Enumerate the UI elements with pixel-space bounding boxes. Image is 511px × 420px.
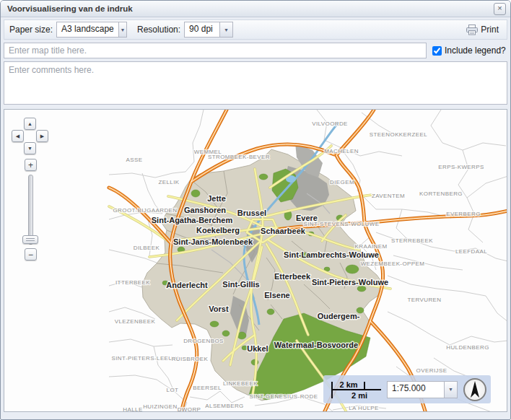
print-preview-window: Voorvisualisering van de indruk × Paper … [0, 0, 511, 420]
scalebar-km-label: 2 km [339, 380, 357, 389]
pan-up-button[interactable]: ▲ [24, 118, 36, 130]
map-label: Schaarbeek [261, 227, 306, 235]
include-legend-checkbox[interactable] [432, 46, 442, 56]
window-title: Voorvisualisering van de indruk [7, 4, 494, 13]
map-label: LOT [167, 387, 179, 393]
map-label: LA HULPE [349, 405, 378, 411]
map-label: Oudergem- [318, 312, 360, 320]
map-label: LEEFDAAL [455, 248, 487, 255]
map-label: ZAVENTEM [372, 193, 405, 199]
map-label: GROOT-BIJGAARDEN [113, 207, 177, 214]
map-label: TERVUREN [407, 297, 441, 303]
zoom-slider-handle[interactable] [22, 235, 38, 244]
map-label: EVERBERG [446, 211, 481, 217]
map-label: BEERSEL [193, 385, 222, 391]
map-label: Ganshoren [184, 206, 226, 214]
map-label: Brussel [237, 209, 266, 217]
map-label: Watermaal-Bosvoorde [274, 341, 358, 349]
map-label: Evere [296, 214, 318, 222]
map-label: HUIZINGEN [143, 403, 178, 410]
map-label: ERPS-KWERPS [438, 164, 484, 170]
map-label: DWORP [178, 406, 201, 412]
pan-right-button[interactable]: ▶ [36, 130, 48, 142]
chevron-down-icon[interactable]: ▼ [219, 22, 232, 37]
map-panel[interactable]: ASSEWEMMELSTROMBEEK-BEVERVILVOORDEMACHEL… [4, 109, 507, 412]
map-label: Jette [207, 194, 226, 203]
paper-size-select[interactable]: A3 landscape ▼ [56, 22, 127, 38]
map-label: WEZEMBEEK-OPPEM [361, 261, 425, 267]
map-label: HALLE [123, 406, 142, 412]
chevron-down-icon[interactable]: ▼ [118, 22, 126, 37]
map-label: KRAAINEM [355, 243, 388, 250]
map-label: DROGENBOS [183, 338, 224, 344]
compass-icon [463, 378, 486, 401]
paper-size-label: Paper size: [9, 25, 53, 35]
scalebar-mi-label: 2 mi [351, 391, 367, 400]
map-label: Sint-Pieters-Woluwe [312, 278, 388, 286]
title-row: Include legend? [4, 43, 507, 58]
map-label: ITTERBEEK [115, 279, 150, 286]
map-label: ALSEMBERG [205, 403, 243, 409]
map-title-input[interactable] [4, 43, 427, 58]
map-label: SINT-PIETERS-LEEUW [112, 355, 179, 362]
map-label: Sint-Agatha-Berchem [152, 216, 233, 224]
toolbar: Paper size: A3 landscape ▼ Resolution: 9… [4, 19, 507, 40]
include-legend-label: Include legend? [445, 45, 506, 56]
map-label: VILVOORDE [312, 121, 348, 127]
resolution-label: Resolution: [137, 25, 180, 35]
map-label: OVERIJSE [416, 367, 447, 374]
map-label: LINKEBEEK [223, 380, 258, 387]
map-label: Sint-Jans-Molenbeek [173, 237, 253, 246]
map-label: HULDENBERG [446, 344, 489, 351]
zoom-out-button[interactable]: − [25, 248, 37, 261]
map-label: ASSE [126, 157, 143, 163]
map-label: KORTENBERG [419, 191, 463, 197]
map-label: Koekelberg [196, 226, 240, 235]
zoom-in-button[interactable]: + [25, 159, 37, 171]
pan-down-button[interactable]: ▼ [24, 142, 36, 154]
map-label: STROMBEEK-BEVER [208, 154, 270, 160]
map-label: SINT-GENESIUS-RODE [250, 393, 318, 400]
map-label: Anderlecht [166, 281, 208, 289]
map-label: RUISBROEK [172, 356, 209, 362]
map-label: Elsene [264, 291, 289, 299]
paper-size-value: A3 landscape [57, 22, 118, 37]
scalebar: 2 km 2 mi [328, 378, 381, 401]
chevron-down-icon[interactable]: ▼ [444, 382, 457, 398]
map-label: Ukkel [247, 344, 268, 353]
print-label: Print [481, 25, 499, 35]
map-label: DILBEEK [134, 245, 160, 251]
zoom-slider-track[interactable] [28, 175, 33, 245]
printer-icon [466, 25, 478, 35]
scale-value: 1:75.000 [388, 382, 430, 398]
map-label: VLEZENBEEK [115, 318, 156, 325]
map-label: Vorst [209, 305, 229, 313]
map-label: Sint-Lambrechts-Woluwe [284, 250, 379, 259]
titlebar: Voorvisualisering van de indruk × [1, 1, 510, 17]
map-label: STERREBEEK [391, 237, 433, 244]
map-label: MACHELEN [324, 148, 359, 154]
resolution-value: 90 dpi [185, 22, 219, 37]
legend-option: Include legend? [432, 45, 506, 56]
map-label: Etterbeek [274, 272, 311, 281]
scale-select[interactable]: 1:75.000 ▼ [387, 381, 458, 398]
resolution-select[interactable]: 90 dpi ▼ [184, 22, 233, 38]
pan-left-button[interactable]: ◀ [12, 130, 24, 142]
map-label: STEENOKKERZEEL [370, 131, 427, 138]
close-icon[interactable]: × [494, 3, 506, 15]
map-label: DIEGEM [330, 179, 354, 185]
scale-overlay: 2 km 2 mi 1:75.000 ▼ [323, 375, 491, 403]
print-button[interactable]: Print [463, 23, 502, 37]
comments-textarea[interactable] [4, 61, 507, 105]
map-canvas[interactable]: ASSEWEMMELSTROMBEEK-BEVERVILVOORDEMACHEL… [4, 110, 507, 412]
map-label: ZELLIK [158, 179, 179, 185]
map-label: Sint-Gillis [222, 280, 259, 289]
